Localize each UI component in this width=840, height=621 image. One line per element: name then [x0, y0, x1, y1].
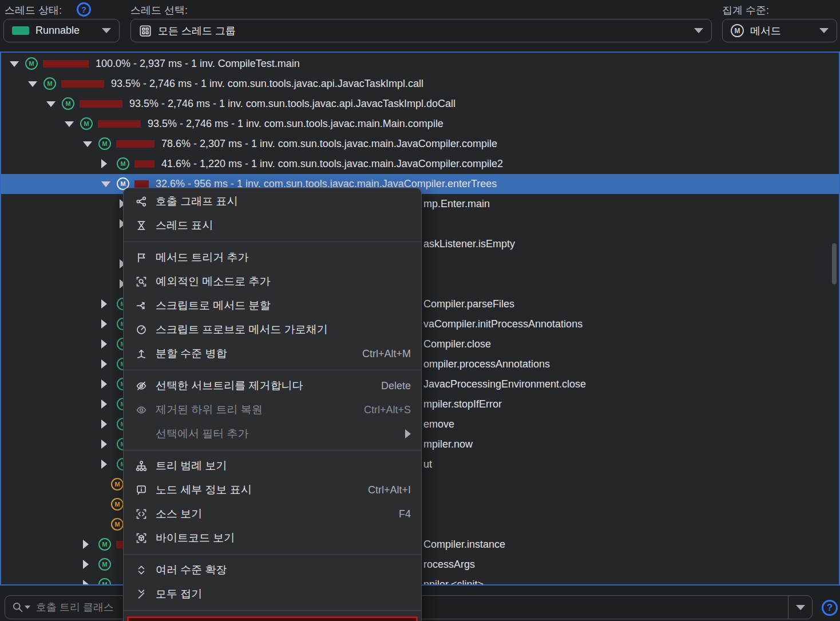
tree-row-label: ompiler.processAnnotations [423, 358, 550, 370]
time-bar [116, 140, 154, 148]
method-icon: M [98, 558, 111, 571]
search-history-dropdown[interactable] [788, 596, 812, 619]
method-icon: M [62, 97, 74, 110]
method-icon: M [43, 77, 56, 90]
menu-item-expand-multiple-levels[interactable]: 여러 수준 확장 [124, 558, 421, 582]
menu-item-show-threads[interactable]: 스레드 표시 [124, 213, 421, 238]
context-menu: 호출 그래프 표시스레드 표시메서드 트리거 추가예외적인 메소드로 추가스크립… [123, 188, 422, 621]
tree-row-label: JavacProcessingEnvironment.close [423, 378, 586, 390]
menu-item-merge-split-levels[interactable]: 분할 수준 병합Ctrl+Alt+M [124, 342, 421, 366]
time-bar [134, 160, 154, 168]
thread-state-combo[interactable]: Runnable [3, 19, 120, 42]
thread-group-value: 모든 스레드 그룹 [158, 24, 236, 38]
menu-item-shortcut: Delete [370, 380, 411, 392]
tree-row-label: Compiler.close [423, 338, 491, 350]
tree-row-label: npiler.<clinit> [423, 579, 484, 586]
menu-item-shortcut: F4 [387, 508, 411, 520]
aggregation-level-combo[interactable]: M 메서드 [722, 19, 837, 42]
expand-toggle-icon[interactable] [101, 440, 107, 449]
collapse-toggle-icon[interactable] [83, 141, 92, 147]
tree-row-label: Compiler.instance [423, 539, 505, 551]
method-icon: M [98, 137, 111, 150]
chevron-down-icon [819, 28, 829, 33]
expand-toggle-icon[interactable] [101, 460, 107, 469]
expand-toggle-icon[interactable] [83, 580, 89, 586]
menu-item-partially-visible[interactable] [127, 616, 418, 621]
flag-icon [135, 251, 148, 264]
chevron-down-icon [102, 28, 111, 33]
menu-item-shortcut: Ctrl+Alt+S [352, 404, 411, 416]
method-icon: M [98, 578, 111, 586]
expand-toggle-icon[interactable] [83, 560, 89, 569]
expand-toggle-icon[interactable] [101, 359, 107, 369]
tree-row-label: 93.5% - 2,746 ms - 1 inv. com.sun.tools.… [111, 78, 423, 90]
method-icon: M [111, 498, 124, 511]
menu-item-view-source[interactable]: 소스 보기F4 [124, 502, 421, 526]
menu-item-label: 소스 보기 [156, 507, 202, 521]
chevron-down-icon [694, 28, 703, 33]
help-icon[interactable]: ? [77, 2, 91, 17]
tree-row[interactable]: M93.5% - 2,746 ms - 1 inv. com.sun.tools… [1, 94, 839, 114]
menu-item-label: 바이트코드 보기 [156, 531, 235, 545]
menu-item-label: 예외적인 메소드로 추가 [156, 274, 271, 289]
method-icon: M [25, 57, 38, 70]
menu-item-intercept-method-with-script-probe[interactable]: 스크립트 프로브로 메서드 가로채기 [124, 318, 421, 342]
expand-toggle-icon[interactable] [101, 299, 107, 308]
thread-state-value: Runnable [35, 25, 80, 37]
expand-toggle-icon[interactable] [101, 420, 107, 429]
expand-toggle-icon[interactable] [101, 339, 107, 349]
tree-row[interactable]: M100.0% - 2,937 ms - 1 inv. CompileTest.… [1, 54, 839, 74]
menu-item-label: 스크립트로 메서드 분할 [156, 298, 271, 313]
menu-separator [124, 606, 421, 614]
split-method-icon [135, 299, 148, 312]
collapse-toggle-icon[interactable] [65, 121, 74, 127]
menu-item-show-node-details[interactable]: 노드 세부 정보 표시Ctrl+Alt+I [124, 478, 421, 502]
collapse-toggle-icon[interactable] [28, 81, 37, 87]
menu-separator [124, 366, 421, 374]
tree-row[interactable]: M93.5% - 2,746 ms - 1 inv. com.sun.tools… [1, 74, 839, 94]
menu-item-show-call-graph[interactable]: 호출 그래프 표시 [124, 189, 421, 213]
call-graph-icon [135, 195, 148, 208]
runnable-state-swatch [12, 26, 29, 35]
thread-state-label: 스레드 상태: [5, 3, 62, 17]
menu-item-collapse-all[interactable]: 모두 접기 [124, 582, 421, 606]
method-icon: M [111, 518, 124, 531]
thread-groups-icon [139, 25, 152, 37]
vertical-scrollbar[interactable] [832, 243, 837, 284]
expand-toggle-icon[interactable] [101, 379, 107, 389]
tree-row-label: 93.5% - 2,746 ms - 1 inv. com.sun.tools.… [148, 118, 443, 130]
menu-item-label: 제거된 하위 트리 복원 [156, 402, 263, 417]
collapse-toggle-icon[interactable] [101, 181, 110, 187]
collapse-toggle-icon[interactable] [46, 101, 56, 107]
expand-toggle-icon[interactable] [101, 159, 107, 168]
time-bar [43, 60, 89, 68]
menu-item-label: 모두 접기 [156, 587, 202, 602]
method-icon: M [731, 24, 744, 37]
time-bar [80, 100, 122, 108]
menu-item-label: 선택에서 필터 추가 [156, 426, 249, 441]
menu-item-add-as-exceptional-method[interactable]: 예외적인 메소드로 추가 [124, 270, 421, 294]
search-options-caret-icon [25, 606, 30, 609]
expand-toggle-icon[interactable] [83, 540, 89, 549]
expand-toggle-icon[interactable] [101, 319, 107, 329]
tree-row-label: 100.0% - 2,937 ms - 1 inv. CompileTest.m… [96, 58, 300, 70]
expand-toggle-icon[interactable] [101, 400, 107, 409]
method-icon: M [98, 538, 111, 551]
tree-row-label: 93.5% - 2,746 ms - 1 inv. com.sun.tools.… [129, 98, 455, 110]
tree-row-label: Compiler.parseFiles [423, 298, 514, 310]
collapse-toggle-icon[interactable] [10, 61, 19, 67]
expand-levels-icon [135, 564, 148, 576]
menu-item-restore-removed-subtrees: 제거된 하위 트리 복원Ctrl+Alt+S [124, 398, 421, 422]
menu-item-remove-selected-subtrees[interactable]: 선택한 서브트리를 제거합니다Delete [124, 374, 421, 398]
tree-row[interactable]: M41.6% - 1,220 ms - 1 inv. com.sun.tools… [1, 154, 839, 174]
time-bar [61, 80, 104, 88]
menu-item-label: 메서드 트리거 추가 [156, 250, 249, 265]
menu-item-view-bytecode[interactable]: 바이트코드 보기 [124, 526, 421, 550]
menu-item-add-method-trigger[interactable]: 메서드 트리거 추가 [124, 246, 421, 270]
tree-row[interactable]: M78.6% - 2,307 ms - 1 inv. com.sun.tools… [1, 134, 839, 154]
thread-group-combo[interactable]: 모든 스레드 그룹 [130, 19, 712, 42]
help-icon[interactable]: ? [822, 600, 838, 616]
tree-row[interactable]: M93.5% - 2,746 ms - 1 inv. com.sun.tools… [1, 114, 839, 134]
menu-item-split-method-with-script[interactable]: 스크립트로 메서드 분할 [124, 294, 421, 318]
menu-item-show-tree-legend[interactable]: 트리 범례 보기 [124, 454, 421, 478]
